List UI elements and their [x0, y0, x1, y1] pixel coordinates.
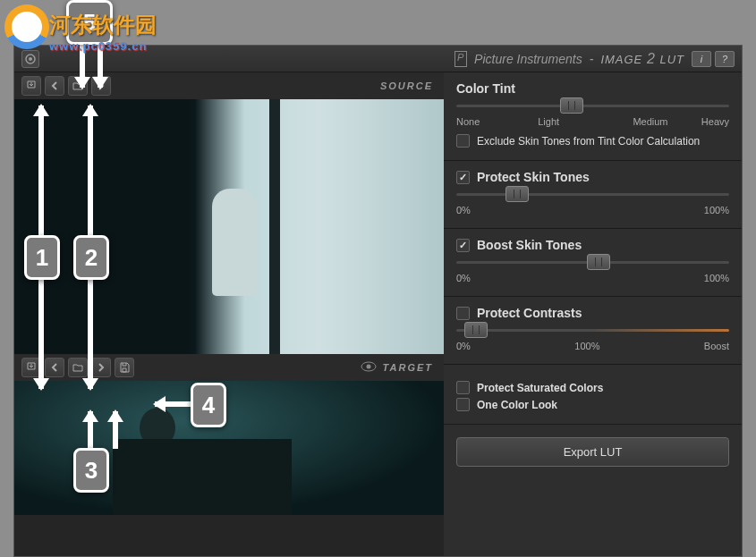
arrow-3-left [87, 411, 94, 449]
target-prev-button[interactable] [45, 358, 64, 377]
source-label: SOURCE [380, 80, 433, 91]
callout-3: 3 [73, 448, 109, 493]
color-tint-slider[interactable] [456, 105, 729, 107]
gear-icon [24, 53, 37, 65]
watermark-text: 河东软件园 www.pc0359.cn [49, 11, 157, 53]
callout-2: 2 [73, 235, 109, 280]
svg-point-3 [367, 365, 371, 369]
boost-skin-section: Boost Skin Tones 0% 100% [444, 229, 742, 297]
boost-skin-labels: 0% 100% [456, 273, 729, 283]
folder-icon [72, 363, 83, 372]
target-next-button[interactable] [91, 358, 111, 377]
one-color-checkbox[interactable] [456, 398, 470, 411]
arrow-2-up [87, 105, 94, 235]
svg-point-1 [29, 57, 32, 61]
source-prev-button[interactable] [45, 76, 64, 96]
contrasts-labels: 0% 100% Boost [456, 341, 729, 351]
export-lut-button[interactable]: Export LUT [456, 437, 729, 467]
target-save-button[interactable] [115, 358, 134, 377]
protect-skin-section: Protect Skin Tones 0% 100% [444, 161, 742, 229]
source-load-button[interactable] [21, 76, 41, 96]
help-button[interactable]: ? [715, 51, 735, 67]
protect-skin-labels: 0% 100% [456, 205, 729, 215]
color-tint-section: Color Tint None Light Medium Heavy Exclu… [444, 72, 742, 161]
app-window: Picture Instruments - IMAGE 2 LUT i ? [13, 45, 743, 557]
target-folder-button[interactable] [68, 358, 88, 377]
protect-saturated-checkbox[interactable] [456, 381, 470, 394]
source-image-area[interactable] [14, 99, 444, 354]
exclude-skin-label: Exclude Skin Tones from Tint Color Calcu… [477, 135, 700, 148]
arrow-1-up [38, 105, 45, 235]
protect-saturated-label: Protect Saturated Colors [477, 382, 603, 394]
protect-contrasts-slider[interactable] [456, 329, 729, 332]
info-button[interactable]: i [692, 51, 711, 67]
extra-options-section: Protect Saturated Colors One Color Look [444, 365, 742, 425]
protect-contrasts-title: Protect Contrasts [477, 306, 582, 320]
color-tint-title: Color Tint [456, 81, 729, 96]
arrow-3-right [112, 411, 119, 449]
save-icon [119, 362, 130, 373]
boost-skin-slider[interactable] [456, 261, 729, 264]
target-toolbar: TARGET [14, 354, 444, 381]
controls-panel: Color Tint None Light Medium Heavy Exclu… [444, 72, 742, 556]
protect-contrasts-section: Protect Contrasts 0% 100% Boost [444, 297, 742, 365]
eye-icon [361, 361, 377, 372]
watermark-logo [4, 4, 54, 54]
callout-4: 4 [191, 383, 226, 427]
one-color-label: One Color Look [477, 399, 557, 411]
arrow-1-down [38, 280, 45, 389]
pi-logo-icon [454, 51, 467, 67]
arrow-4 [155, 401, 191, 408]
preview-toggle[interactable] [361, 359, 377, 376]
chevron-right-icon [97, 363, 106, 372]
boost-skin-checkbox[interactable] [456, 239, 470, 252]
protect-skin-title: Protect Skin Tones [477, 170, 590, 184]
target-label: TARGET [383, 362, 433, 373]
header-title: Picture Instruments - IMAGE 2 LUT i ? [454, 51, 735, 67]
arrow-2-down [87, 280, 94, 389]
callout-1: 1 [24, 235, 60, 280]
exclude-skin-checkbox[interactable] [456, 134, 470, 148]
protect-skin-slider[interactable] [456, 193, 729, 196]
chevron-left-icon [50, 81, 59, 90]
boost-skin-title: Boost Skin Tones [477, 238, 582, 252]
chevron-left-icon [50, 363, 59, 372]
protect-skin-checkbox[interactable] [456, 171, 470, 184]
download-icon [26, 362, 37, 373]
download-icon [26, 80, 37, 91]
protect-contrasts-checkbox[interactable] [456, 307, 470, 320]
tint-labels: None Light Medium Heavy [456, 116, 729, 127]
